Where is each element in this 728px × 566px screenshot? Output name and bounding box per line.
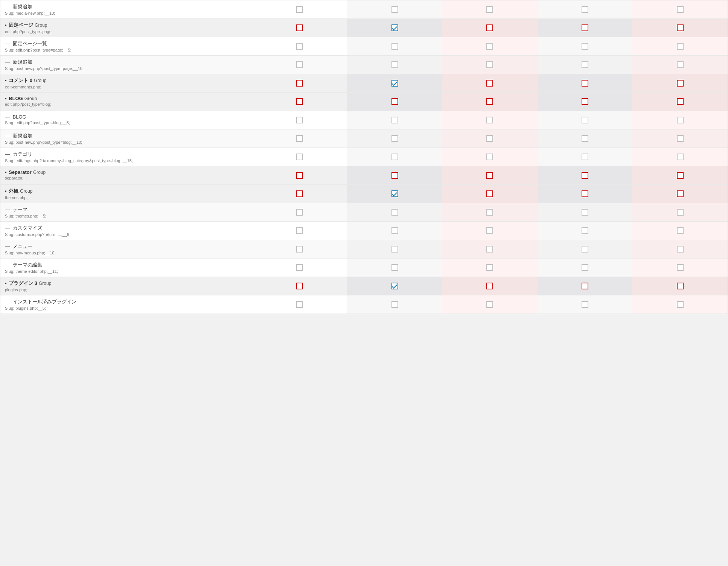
check-cell-menu-sub-col4[interactable] xyxy=(538,240,633,259)
check-cell-customize-sub-col1[interactable] xyxy=(252,222,347,240)
check-cell-separator-group-col2[interactable] xyxy=(347,166,442,185)
check-cell-fixed-page-new-col4[interactable] xyxy=(538,56,633,74)
check-cell-theme-editor-sub-col1[interactable] xyxy=(252,259,347,277)
check-cell-appearance-group-col2[interactable] xyxy=(347,185,442,203)
check-cell-blog-category-col2[interactable] xyxy=(347,148,442,166)
permissions-table-wrapper: — 新規追加Slug: media-new.php:__10;• 固定ページGr… xyxy=(0,0,728,314)
check-cell-appearance-group-col4[interactable] xyxy=(538,185,633,203)
check-cell-blog-new-col5[interactable] xyxy=(632,129,728,148)
check-cell-blog-sub-col5[interactable] xyxy=(632,111,728,129)
name-cell-blog-new: — 新規追加Slug: post-new.php?post_type=blog;… xyxy=(0,129,252,148)
check-cell-media-new-col5[interactable] xyxy=(632,0,728,19)
check-cell-blog-sub-col2[interactable] xyxy=(347,111,442,129)
check-cell-menu-sub-col5[interactable] xyxy=(632,240,728,259)
check-cell-customize-sub-col5[interactable] xyxy=(632,222,728,240)
check-cell-media-new-col4[interactable] xyxy=(538,0,633,19)
check-cell-media-new-col3[interactable] xyxy=(442,0,538,19)
name-cell-installed-plugins-sub: — インストール済みプラグインSlug: plugins.php;__5; xyxy=(0,295,252,314)
check-cell-customize-sub-col2[interactable] xyxy=(347,222,442,240)
check-cell-blog-category-col5[interactable] xyxy=(632,148,728,166)
check-cell-blog-group-col5[interactable] xyxy=(632,93,728,111)
check-cell-blog-group-col3[interactable] xyxy=(442,93,538,111)
check-cell-installed-plugins-sub-col1[interactable] xyxy=(252,295,347,314)
check-cell-fixed-page-list-col5[interactable] xyxy=(632,37,728,56)
name-cell-plugin-group: • プラグイン 3Groupplugins.php; xyxy=(0,277,252,295)
check-cell-comment-group-col3[interactable] xyxy=(442,74,538,93)
check-cell-installed-plugins-sub-col4[interactable] xyxy=(538,295,633,314)
check-cell-fixed-page-group-col2[interactable] xyxy=(347,19,442,37)
check-cell-fixed-page-new-col1[interactable] xyxy=(252,56,347,74)
check-cell-theme-sub-col4[interactable] xyxy=(538,203,633,222)
name-cell-blog-category: — カテゴリSlug: edit-tags.php? taxonomy=blog… xyxy=(0,148,252,166)
check-cell-fixed-page-new-col5[interactable] xyxy=(632,56,728,74)
check-cell-installed-plugins-sub-col5[interactable] xyxy=(632,295,728,314)
check-cell-theme-editor-sub-col4[interactable] xyxy=(538,259,633,277)
check-cell-theme-editor-sub-col5[interactable] xyxy=(632,259,728,277)
check-cell-blog-sub-col1[interactable] xyxy=(252,111,347,129)
check-cell-theme-sub-col2[interactable] xyxy=(347,203,442,222)
check-cell-menu-sub-col3[interactable] xyxy=(442,240,538,259)
check-cell-theme-sub-col3[interactable] xyxy=(442,203,538,222)
check-cell-blog-category-col4[interactable] xyxy=(538,148,633,166)
name-cell-appearance-group: • 外観Groupthemes.php; xyxy=(0,185,252,203)
check-cell-fixed-page-list-col4[interactable] xyxy=(538,37,633,56)
check-cell-appearance-group-col1[interactable] xyxy=(252,185,347,203)
check-cell-blog-new-col1[interactable] xyxy=(252,129,347,148)
check-cell-appearance-group-col3[interactable] xyxy=(442,185,538,203)
check-cell-plugin-group-col2[interactable] xyxy=(347,277,442,295)
check-cell-plugin-group-col5[interactable] xyxy=(632,277,728,295)
check-cell-appearance-group-col5[interactable] xyxy=(632,185,728,203)
check-cell-theme-sub-col1[interactable] xyxy=(252,203,347,222)
check-cell-customize-sub-col4[interactable] xyxy=(538,222,633,240)
name-cell-blog-sub: — BLOGSlug: edit.php?post_type=blog;__5; xyxy=(0,111,252,129)
check-cell-blog-category-col3[interactable] xyxy=(442,148,538,166)
check-cell-fixed-page-list-col2[interactable] xyxy=(347,37,442,56)
check-cell-fixed-page-list-col1[interactable] xyxy=(252,37,347,56)
check-cell-separator-group-col1[interactable] xyxy=(252,166,347,185)
check-cell-fixed-page-group-col1[interactable] xyxy=(252,19,347,37)
check-cell-blog-sub-col3[interactable] xyxy=(442,111,538,129)
name-cell-separator-group: • SeparatorGroupseparator...; xyxy=(0,166,252,185)
check-cell-plugin-group-col3[interactable] xyxy=(442,277,538,295)
check-cell-fixed-page-group-col5[interactable] xyxy=(632,19,728,37)
check-cell-theme-editor-sub-col2[interactable] xyxy=(347,259,442,277)
check-cell-separator-group-col3[interactable] xyxy=(442,166,538,185)
check-cell-customize-sub-col3[interactable] xyxy=(442,222,538,240)
name-cell-theme-editor-sub: — テーマの編集Slug: theme-editor.php;__11; xyxy=(0,259,252,277)
check-cell-blog-group-col2[interactable] xyxy=(347,93,442,111)
check-cell-fixed-page-group-col4[interactable] xyxy=(538,19,633,37)
check-cell-installed-plugins-sub-col2[interactable] xyxy=(347,295,442,314)
check-cell-blog-category-col1[interactable] xyxy=(252,148,347,166)
check-cell-media-new-col2[interactable] xyxy=(347,0,442,19)
check-cell-fixed-page-new-col2[interactable] xyxy=(347,56,442,74)
name-cell-fixed-page-group: • 固定ページGroupedit.php?post_type=page; xyxy=(0,19,252,37)
check-cell-theme-sub-col5[interactable] xyxy=(632,203,728,222)
check-cell-separator-group-col5[interactable] xyxy=(632,166,728,185)
name-cell-menu-sub: — メニューSlug: nav-menus.php;__10; xyxy=(0,240,252,259)
check-cell-blog-group-col4[interactable] xyxy=(538,93,633,111)
check-cell-blog-sub-col4[interactable] xyxy=(538,111,633,129)
check-cell-menu-sub-col1[interactable] xyxy=(252,240,347,259)
name-cell-fixed-page-list: — 固定ページ一覧Slug: edit.php?post_type=page;_… xyxy=(0,37,252,56)
check-cell-blog-new-col2[interactable] xyxy=(347,129,442,148)
name-cell-blog-group: • BLOGGroupedit.php?post_type=blog; xyxy=(0,93,252,111)
check-cell-menu-sub-col2[interactable] xyxy=(347,240,442,259)
check-cell-comment-group-col2[interactable] xyxy=(347,74,442,93)
check-cell-blog-new-col4[interactable] xyxy=(538,129,633,148)
name-cell-customize-sub: — カスタマイズSlug: customize.php?return=...;_… xyxy=(0,222,252,240)
check-cell-fixed-page-group-col3[interactable] xyxy=(442,19,538,37)
check-cell-blog-group-col1[interactable] xyxy=(252,93,347,111)
check-cell-blog-new-col3[interactable] xyxy=(442,129,538,148)
check-cell-fixed-page-new-col3[interactable] xyxy=(442,56,538,74)
check-cell-comment-group-col5[interactable] xyxy=(632,74,728,93)
check-cell-plugin-group-col4[interactable] xyxy=(538,277,633,295)
check-cell-theme-editor-sub-col3[interactable] xyxy=(442,259,538,277)
name-cell-comment-group: • コメント 0Groupedit-comments.php; xyxy=(0,74,252,93)
check-cell-installed-plugins-sub-col3[interactable] xyxy=(442,295,538,314)
check-cell-comment-group-col1[interactable] xyxy=(252,74,347,93)
check-cell-comment-group-col4[interactable] xyxy=(538,74,633,93)
check-cell-plugin-group-col1[interactable] xyxy=(252,277,347,295)
check-cell-separator-group-col4[interactable] xyxy=(538,166,633,185)
check-cell-media-new-col1[interactable] xyxy=(252,0,347,19)
check-cell-fixed-page-list-col3[interactable] xyxy=(442,37,538,56)
